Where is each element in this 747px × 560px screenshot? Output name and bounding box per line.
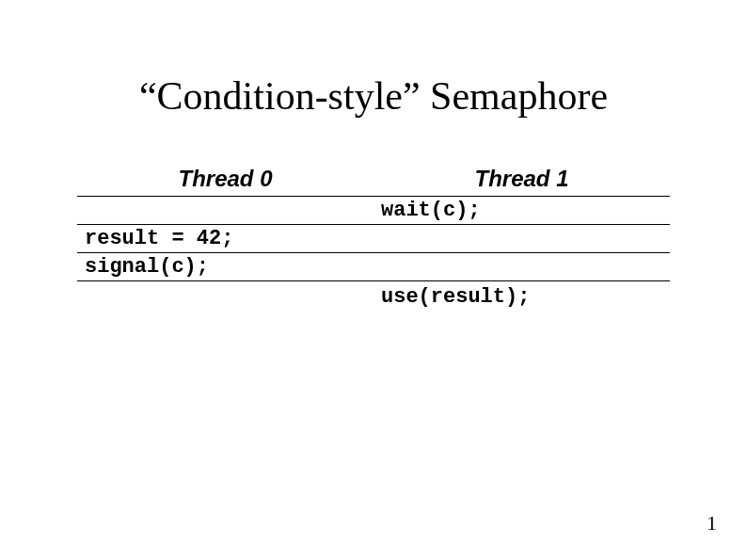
col-thread-0: Thread 0 [77, 160, 374, 197]
cell [77, 197, 374, 225]
table-row: use(result); [77, 281, 670, 312]
cell [374, 253, 670, 281]
cell: use(result); [374, 281, 670, 312]
table-header-row: Thread 0 Thread 1 [77, 160, 670, 197]
slide-title: “Condition-style” Semaphore [0, 73, 747, 119]
table-row: wait(c); [77, 197, 670, 225]
table-row: result = 42; [77, 225, 670, 253]
cell [77, 281, 374, 312]
cell: wait(c); [374, 197, 670, 225]
cell: result = 42; [77, 225, 374, 253]
thread-table: Thread 0 Thread 1 wait(c); result = 42; … [77, 160, 670, 311]
page-number: 1 [707, 511, 717, 536]
table-row: signal(c); [77, 253, 670, 281]
cell [374, 225, 670, 253]
col-thread-1: Thread 1 [374, 160, 670, 197]
cell: signal(c); [77, 253, 374, 281]
